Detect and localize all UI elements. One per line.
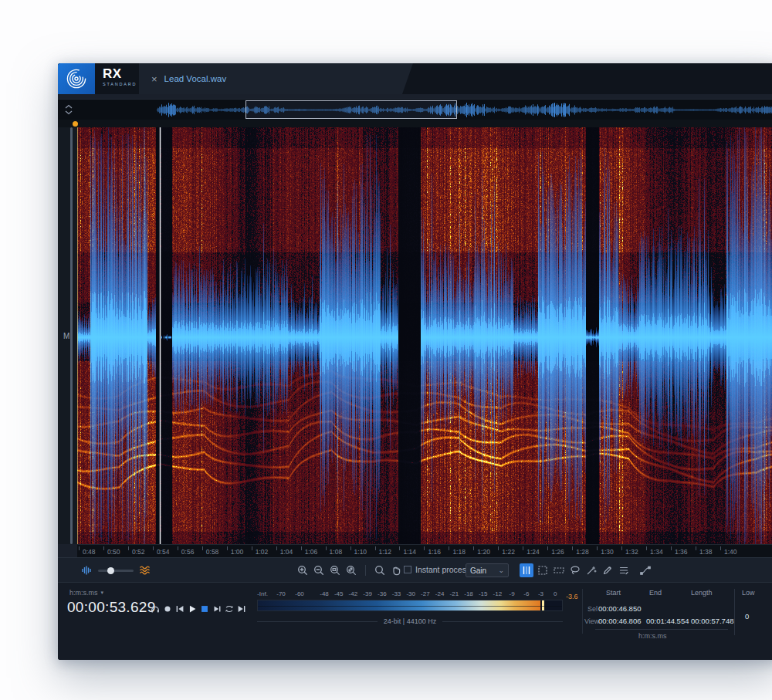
zoom-tool-button[interactable] (373, 563, 387, 577)
timeline-label: 0:56 (181, 548, 195, 556)
time-format-dropdown[interactable]: h:m:s.ms ▾ (69, 589, 103, 597)
vertical-scrollbar[interactable] (70, 127, 73, 544)
sel-start-value[interactable]: 00:00:46.850 (598, 604, 641, 613)
overview-minimap[interactable] (58, 99, 772, 120)
rx-app-window: RX STANDARD × Lead Vocal.wav M 0:480:500… (58, 63, 772, 660)
monitor-headphones-button[interactable] (149, 603, 161, 614)
time-selection-tool-button[interactable] (520, 563, 533, 577)
meter-scale-label: -42 (349, 590, 358, 597)
selection-tools-group (520, 563, 631, 577)
frequency-selection-tool-button[interactable] (552, 563, 566, 577)
timeline-tick (103, 546, 104, 550)
timeline-label: 1:00 (231, 548, 244, 556)
magic-wand-tool-button[interactable] (584, 563, 598, 577)
time-format-label: h:m:s.ms (69, 589, 98, 597)
meter-scale-label: -12 (493, 590, 503, 597)
divider (734, 589, 735, 635)
selection-time-format[interactable]: h:m:s.ms (638, 632, 667, 640)
tab-title: Lead Vocal.wav (164, 74, 227, 83)
toolbar-separator (365, 565, 366, 576)
marker-strip (58, 120, 772, 127)
timeline-label: 0:52 (132, 548, 145, 556)
timeline-tick (252, 546, 252, 550)
timeline-tick (473, 546, 474, 550)
zoom-tools-group (296, 563, 403, 577)
timeline-label: 1:26 (551, 548, 564, 556)
app-edition: STANDARD (103, 82, 137, 86)
view-end-value[interactable]: 00:01:44.554 (646, 617, 689, 625)
lasso-selection-tool-button[interactable] (568, 563, 582, 577)
skip-forward-button[interactable] (235, 603, 247, 614)
divider (595, 629, 728, 630)
timeline-label: 0:54 (157, 548, 170, 556)
meter-scale-label: -18 (464, 590, 473, 597)
toolbar: Instant process Gain ⌄ (58, 557, 772, 582)
meter-scale-label: 0 (554, 590, 557, 597)
timeline-label: 1:10 (354, 548, 367, 556)
meter-scale-label: -3 (538, 590, 543, 597)
sel-row-label: Sel (587, 605, 598, 613)
timeline-tick (449, 546, 449, 550)
app-name: RX (103, 67, 137, 81)
waveform-display-icon[interactable] (80, 563, 93, 577)
timeline-label: 1:04 (280, 548, 293, 556)
timeline-label: 1:40 (724, 548, 737, 556)
zoom-fit-button[interactable] (344, 563, 358, 577)
meter-scale-label: -9 (510, 590, 515, 597)
display-blend-group (80, 563, 152, 577)
playhead-marker-icon[interactable] (73, 121, 78, 127)
tab-close-icon[interactable]: × (151, 74, 157, 84)
time-frequency-selection-tool-button[interactable] (536, 563, 550, 577)
harmonic-selection-tool-button[interactable] (617, 563, 631, 577)
loop-button[interactable] (223, 603, 235, 614)
play-selection-button[interactable] (211, 603, 222, 614)
minimap-collapse-icon[interactable] (63, 103, 74, 116)
peak-db-readout[interactable]: -3.6 (566, 593, 578, 600)
selection-info-panel: Start End Length Sel 00:00:46.850 View 0… (584, 589, 772, 640)
view-start-value[interactable]: 00:00:46.806 (598, 617, 641, 625)
spectrogram-display-icon[interactable] (138, 563, 152, 577)
minimap-view-selection[interactable] (245, 100, 457, 119)
timeline-tick (375, 546, 376, 550)
meter-scale-label: -36 (378, 590, 387, 597)
view-row-label: View (584, 617, 599, 625)
record-button[interactable] (161, 603, 173, 614)
zoom-out-button[interactable] (312, 563, 326, 577)
bezier-node-tool-button[interactable] (638, 563, 652, 577)
low-value[interactable]: 0 (745, 612, 749, 621)
timeline-label: 1:20 (477, 548, 490, 556)
meter-scale-label: -15 (479, 590, 488, 597)
wave-spectro-blend-slider[interactable] (98, 563, 134, 577)
timeline-label: 1:06 (305, 548, 318, 556)
timeline-ruler[interactable]: 0:480:500:520:540:560:581:001:021:041:06… (77, 544, 772, 557)
view-length-value[interactable]: 00:00:57.748 (691, 617, 733, 625)
chevron-down-icon: ▾ (101, 590, 104, 596)
chevron-down-icon: ⌄ (498, 567, 504, 573)
instant-process-checkbox[interactable] (404, 566, 411, 573)
end-column-header: End (649, 589, 662, 597)
blend-slider-thumb[interactable] (107, 567, 114, 574)
timeline-label: 1:32 (625, 548, 638, 556)
meter-scale: -Inf.-70-60-48-45-42-39-36-33-30-27-24-2… (257, 590, 563, 597)
zoom-selection-button[interactable] (328, 563, 342, 577)
brush-tool-button[interactable] (601, 563, 615, 577)
spectrogram-canvas[interactable] (77, 127, 772, 544)
audio-format-info: 24-bit | 44100 Hz (384, 617, 436, 625)
tab-lead-vocal[interactable]: × Lead Vocal.wav (139, 63, 413, 94)
zoom-in-button[interactable] (296, 563, 310, 577)
hand-tool-button[interactable] (389, 563, 403, 577)
timeline-tick (572, 546, 573, 550)
stop-button[interactable] (198, 603, 210, 614)
timeline-tick (646, 546, 647, 550)
meter-scale-label: -21 (450, 590, 459, 597)
module-dropdown[interactable]: Gain ⌄ (466, 563, 509, 577)
timeline-label: 1:16 (428, 548, 441, 556)
app-brand: RX STANDARD (103, 67, 137, 86)
playhead-time-display[interactable]: 00:00:53.629 (67, 599, 156, 616)
instant-process-control: Instant process (404, 565, 470, 574)
skip-back-button[interactable] (174, 603, 185, 614)
play-button[interactable] (186, 603, 198, 614)
minimap-waveform-canvas[interactable] (143, 100, 772, 120)
timeline-label: 1:24 (527, 548, 540, 556)
divider (442, 621, 563, 622)
